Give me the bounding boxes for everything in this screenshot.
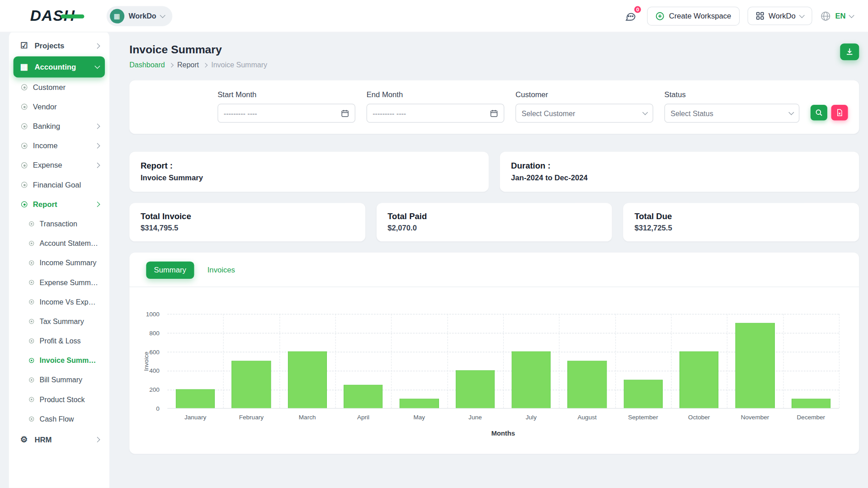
page-header: Invoice Summary DashboardReportInvoice S…	[129, 43, 859, 69]
start-month-field: Start Month --------- ----	[217, 90, 355, 123]
chevron-down-icon	[799, 12, 805, 18]
customer-select[interactable]: Select Customer	[515, 104, 653, 123]
sidebar-item-income-summary[interactable]: Income Summary	[14, 253, 105, 272]
end-month-input[interactable]: --------- ----	[367, 104, 505, 123]
sidebar-item-report[interactable]: Report	[14, 195, 105, 214]
total-value: $314,795.5	[141, 224, 354, 232]
filter-actions	[811, 105, 848, 121]
bar-september[interactable]	[623, 380, 663, 408]
sidebar-item-label: Income Vs Expense	[40, 298, 99, 306]
bar-may[interactable]	[400, 399, 439, 408]
sidebar-item-bill-summary[interactable]: Bill Summary	[14, 370, 105, 389]
bullet-icon	[21, 162, 28, 169]
sidebar-item-projects[interactable]: ☑Projects	[14, 35, 105, 56]
breadcrumb-item-dashboard[interactable]: Dashboard	[129, 61, 165, 69]
duration-value: Jan-2024 to Dec-2024	[511, 174, 848, 182]
sidebar-item-expense-summary[interactable]: Expense Summary	[14, 272, 105, 292]
sidebar-item-account-statement[interactable]: Account Statement	[14, 234, 105, 253]
bar-june[interactable]	[456, 370, 495, 408]
y-axis-tick-label: 800	[149, 329, 160, 336]
sidebar-item-product-stock[interactable]: Product Stock	[14, 390, 105, 409]
sidebar-item-label: Income	[33, 141, 90, 150]
bullet-icon	[29, 280, 34, 285]
sidebar-item-label: Projects	[35, 42, 90, 50]
sidebar-item-cash-flow[interactable]: Cash Flow	[14, 409, 105, 429]
sidebar-item-income-vs-expense[interactable]: Income Vs Expense	[14, 292, 105, 312]
bar-october[interactable]	[679, 351, 719, 408]
end-month-label: End Month	[367, 90, 505, 99]
status-select[interactable]: Select Status	[665, 104, 800, 123]
total-label: Total Invoice	[141, 211, 354, 221]
bullet-icon	[29, 358, 34, 363]
apply-filter-button[interactable]	[811, 105, 827, 121]
sidebar-item-label: Account Statement	[40, 239, 99, 248]
bar-march[interactable]	[288, 351, 327, 408]
start-month-label: Start Month	[217, 90, 355, 99]
x-axis-label-may: May	[391, 414, 447, 421]
sidebar-item-customer[interactable]: Customer	[14, 78, 105, 97]
header-actions: 0 Create Workspace WorkDo	[622, 6, 854, 25]
workspace-switcher-pill[interactable]: ▦ WorkDo	[106, 6, 172, 26]
total-card-total-invoice: Total Invoice$314,795.5	[129, 203, 365, 241]
language-selector[interactable]: EN	[820, 10, 854, 22]
status-field: Status Select Status	[665, 90, 800, 123]
customer-label: Customer	[515, 90, 653, 99]
start-month-input[interactable]: --------- ----	[217, 104, 355, 123]
breadcrumb-separator-icon	[169, 63, 173, 67]
bar-april[interactable]	[344, 385, 383, 408]
chart-card: SummaryInvoices Invoice 0200400600800100…	[129, 253, 859, 454]
start-month-value: --------- ----	[224, 109, 257, 117]
sidebar-item-banking[interactable]: Banking	[14, 117, 105, 136]
sidebar-item-accounting[interactable]: ▦Accounting	[14, 56, 105, 78]
sidebar-item-label: Report	[33, 200, 90, 209]
sidebar-item-expense[interactable]: Expense	[14, 155, 105, 175]
bar-july[interactable]	[512, 351, 551, 408]
sidebar-item-hrm[interactable]: ⚙HRM	[14, 429, 105, 450]
reset-filter-button[interactable]	[831, 105, 848, 121]
bullet-icon	[21, 182, 28, 188]
total-card-total-paid: Total Paid$2,070.0	[376, 203, 612, 241]
bar-slot-december	[783, 399, 839, 408]
tab-summary[interactable]: Summary	[146, 262, 194, 279]
sidebar-item-tax-summary[interactable]: Tax Summary	[14, 312, 105, 331]
workspace-dropdown-button[interactable]: WorkDo	[747, 7, 812, 25]
breadcrumb-separator-icon	[203, 63, 207, 67]
sidebar-item-invoice-summary[interactable]: Invoice Summary	[14, 351, 105, 370]
create-workspace-button[interactable]: Create Workspace	[647, 6, 740, 25]
customer-field: Customer Select Customer	[515, 90, 653, 123]
gear-icon: ⚙	[19, 434, 29, 444]
tab-invoices[interactable]: Invoices	[199, 262, 243, 279]
chevron-down-icon	[849, 12, 854, 18]
bullet-icon	[29, 397, 34, 402]
bullet-icon	[29, 417, 34, 422]
messages-button[interactable]: 0	[622, 7, 639, 24]
duration-card: Duration : Jan-2024 to Dec-2024	[500, 152, 859, 192]
calendar-icon	[490, 109, 498, 117]
sidebar-item-profit-loss[interactable]: Profit & Loss	[14, 331, 105, 351]
sidebar-item-vendor[interactable]: Vendor	[14, 97, 105, 117]
total-label: Total Paid	[387, 211, 601, 221]
sidebar-item-transaction[interactable]: Transaction	[14, 214, 105, 234]
logo-accent	[61, 14, 84, 19]
chart-bars	[167, 314, 839, 408]
bar-february[interactable]	[232, 361, 271, 408]
download-report-button[interactable]	[840, 43, 859, 60]
bar-november[interactable]	[736, 323, 775, 408]
bar-december[interactable]	[792, 399, 831, 408]
sidebar-item-label: Income Summary	[40, 259, 99, 267]
sidebar-item-financial-goal[interactable]: Financial Goal	[14, 175, 105, 194]
bar-january[interactable]	[176, 389, 215, 408]
breadcrumb-item-report[interactable]: Report	[177, 61, 199, 69]
end-month-value: --------- ----	[373, 109, 406, 117]
app-logo[interactable]: DASH	[30, 7, 75, 24]
bar-slot-may	[391, 399, 447, 408]
x-axis-label-february: February	[223, 414, 279, 421]
bullet-icon	[29, 260, 34, 265]
bullet-icon	[29, 377, 34, 382]
sidebar-item-income[interactable]: Income	[14, 136, 105, 155]
y-axis-tick-label: 600	[149, 348, 160, 355]
chart-vertical-gridline	[839, 314, 840, 408]
bullet-icon	[29, 221, 34, 226]
bar-august[interactable]	[567, 361, 607, 408]
chevron-right-icon	[94, 163, 100, 168]
